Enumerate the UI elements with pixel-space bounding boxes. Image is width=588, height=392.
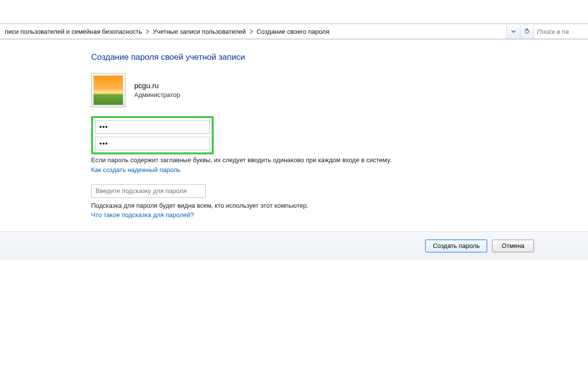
user-text: pcgu.ru Администратор — [134, 80, 180, 100]
avatar-image — [94, 75, 123, 105]
page-title: Создание пароля своей учетной записи — [91, 52, 588, 62]
avatar — [91, 73, 125, 107]
chevron-right-icon[interactable] — [144, 24, 151, 39]
search-box[interactable] — [534, 24, 588, 39]
breadcrumb[interactable]: писи пользователей и семейная безопаснос… — [0, 24, 507, 39]
confirm-password-input[interactable] — [95, 137, 210, 150]
create-password-button[interactable]: Создать пароль — [425, 240, 487, 252]
user-info: pcgu.ru Администратор — [91, 73, 588, 107]
main-content: Создание пароля своей учетной записи pcg… — [0, 40, 588, 219]
caps-warning-text: Если пароль содержит заглавные буквы, их… — [91, 155, 493, 165]
window-top-spacer — [0, 0, 588, 24]
search-input[interactable] — [537, 28, 585, 35]
cancel-button[interactable]: Отмена — [492, 240, 534, 252]
password-hint-input[interactable] — [91, 184, 206, 198]
footer-button-bar: Создать пароль Отмена — [0, 231, 588, 260]
new-password-input[interactable] — [95, 120, 210, 134]
user-name: pcgu.ru — [134, 80, 180, 91]
password-fields-highlight — [91, 116, 214, 154]
address-bar: писи пользователей и семейная безопаснос… — [0, 24, 588, 39]
history-dropdown-button[interactable] — [507, 24, 520, 39]
refresh-button[interactable] — [520, 24, 534, 39]
chevron-right-icon[interactable] — [248, 24, 255, 39]
breadcrumb-item-2[interactable]: Создание своего пароля — [255, 28, 331, 35]
strong-password-link[interactable]: Как создать надежный пароль — [91, 166, 180, 173]
user-role: Администратор — [134, 91, 180, 100]
breadcrumb-item-0[interactable]: писи пользователей и семейная безопаснос… — [3, 28, 144, 35]
what-is-hint-link[interactable]: Что такое подсказка для паролей? — [91, 211, 194, 219]
breadcrumb-item-1[interactable]: Учетные записи пользователей — [151, 28, 248, 35]
hint-visibility-text: Подсказка для пароля будет видна всем, к… — [91, 201, 493, 211]
